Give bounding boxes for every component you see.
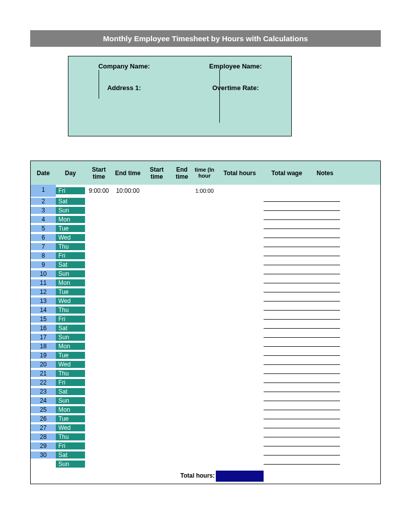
cell-total-wage[interactable] <box>264 373 310 374</box>
cell-total-wage[interactable] <box>264 364 310 365</box>
cell-time-in-hour[interactable]: 1:00:00 <box>193 188 216 194</box>
cell-notes[interactable] <box>310 265 340 265</box>
cell-day[interactable]: Fri <box>56 252 85 259</box>
cell-day[interactable]: Mon <box>56 216 85 223</box>
cell-date[interactable]: 14 <box>31 307 56 314</box>
cell-total-wage[interactable] <box>264 274 310 274</box>
cell-total-wage[interactable] <box>264 337 310 338</box>
cell-date[interactable]: 26 <box>31 415 56 422</box>
cell-date[interactable]: 1 <box>31 185 56 197</box>
cell-total-wage[interactable] <box>264 428 310 428</box>
cell-notes[interactable] <box>310 401 340 401</box>
cell-date[interactable]: 25 <box>31 406 56 413</box>
cell-notes[interactable] <box>310 392 340 392</box>
cell-notes[interactable] <box>310 201 340 202</box>
cell-date[interactable]: 2 <box>31 198 56 205</box>
cell-notes[interactable] <box>310 383 340 383</box>
cell-day[interactable]: Thu <box>56 307 85 314</box>
cell-date[interactable]: 28 <box>31 433 56 440</box>
cell-notes[interactable] <box>310 310 340 311</box>
cell-date[interactable]: 21 <box>31 370 56 377</box>
cell-total-wage[interactable] <box>264 446 310 446</box>
cell-total-wage[interactable] <box>264 247 310 247</box>
cell-date[interactable]: 4 <box>31 216 56 223</box>
cell-date[interactable]: 30 <box>31 451 56 459</box>
cell-total-wage[interactable] <box>264 201 310 202</box>
cell-total-wage[interactable] <box>264 437 310 437</box>
cell-day[interactable]: Wed <box>56 234 85 241</box>
cell-date[interactable]: 8 <box>31 252 56 259</box>
cell-day[interactable]: Sun <box>56 461 85 468</box>
cell-day[interactable]: Tue <box>56 415 85 422</box>
cell-total-wage[interactable] <box>264 355 310 356</box>
cell-total-wage[interactable] <box>264 346 310 347</box>
cell-date[interactable]: 17 <box>31 334 56 341</box>
cell-total-wage[interactable] <box>264 292 310 292</box>
cell-day[interactable]: Fri <box>56 316 85 323</box>
cell-total-wage[interactable] <box>264 455 310 455</box>
cell-day[interactable]: Sat <box>56 325 85 332</box>
cell-date[interactable]: 13 <box>31 297 56 305</box>
cell-date[interactable]: 20 <box>31 361 56 368</box>
cell-notes[interactable] <box>310 238 340 238</box>
cell-day[interactable]: Thu <box>56 433 85 440</box>
cell-total-wage[interactable] <box>264 310 310 311</box>
cell-day[interactable]: Sat <box>56 388 85 395</box>
cell-date[interactable]: 3 <box>31 207 56 214</box>
cell-notes[interactable] <box>310 455 340 455</box>
cell-date[interactable]: 16 <box>31 325 56 332</box>
cell-total-wage[interactable] <box>264 256 310 256</box>
cell-day[interactable]: Wed <box>56 424 85 431</box>
cell-total-wage[interactable] <box>264 210 310 211</box>
cell-day[interactable]: Thu <box>56 243 85 250</box>
cell-total-wage[interactable] <box>264 383 310 383</box>
cell-day[interactable]: Thu <box>56 370 85 377</box>
cell-notes[interactable] <box>310 337 340 338</box>
cell-date[interactable]: 23 <box>31 388 56 395</box>
cell-day[interactable]: Sun <box>56 270 85 277</box>
cell-notes[interactable] <box>310 292 340 292</box>
cell-notes[interactable] <box>310 410 340 410</box>
cell-notes[interactable] <box>310 283 340 283</box>
cell-notes[interactable] <box>310 346 340 347</box>
cell-day[interactable]: Fri <box>56 379 85 386</box>
cell-total-wage[interactable] <box>264 464 310 465</box>
cell-date[interactable]: 24 <box>31 397 56 404</box>
cell-notes[interactable] <box>310 428 340 428</box>
cell-day[interactable]: Tue <box>56 225 85 232</box>
cell-notes[interactable] <box>310 247 340 247</box>
cell-notes[interactable] <box>310 355 340 356</box>
cell-notes[interactable] <box>310 373 340 374</box>
cell-total-wage[interactable] <box>264 319 310 320</box>
cell-day[interactable]: Tue <box>56 352 85 359</box>
cell-total-wage[interactable] <box>264 419 310 419</box>
cell-notes[interactable] <box>310 437 340 437</box>
cell-end-time-1[interactable]: 10:00:00 <box>113 187 143 194</box>
cell-date[interactable]: 9 <box>31 261 56 268</box>
cell-date[interactable]: 6 <box>31 234 56 241</box>
cell-notes[interactable] <box>310 364 340 365</box>
cell-total-wage[interactable] <box>264 283 310 283</box>
cell-start-time-1[interactable]: 9:00:00 <box>85 187 113 194</box>
cell-notes[interactable] <box>310 328 340 329</box>
cell-date[interactable]: 15 <box>31 316 56 323</box>
cell-day[interactable]: Sat <box>56 198 85 205</box>
cell-date[interactable]: 18 <box>31 343 56 350</box>
cell-date[interactable]: 29 <box>31 442 56 449</box>
cell-notes[interactable] <box>310 229 340 229</box>
cell-day[interactable]: Mon <box>56 279 85 286</box>
cell-day[interactable]: Sun <box>56 207 85 214</box>
cell-total-wage[interactable] <box>264 238 310 238</box>
cell-day[interactable]: Sun <box>56 397 85 404</box>
cell-date[interactable]: 27 <box>31 424 56 431</box>
cell-day[interactable]: Fri <box>56 187 85 194</box>
cell-notes[interactable] <box>310 210 340 211</box>
cell-total-wage[interactable] <box>264 301 310 301</box>
cell-total-wage[interactable] <box>264 219 310 220</box>
cell-date[interactable]: 7 <box>31 243 56 250</box>
cell-notes[interactable] <box>310 446 340 446</box>
cell-total-wage[interactable] <box>264 401 310 401</box>
cell-total-wage[interactable] <box>264 410 310 410</box>
cell-day[interactable]: Sat <box>56 451 85 459</box>
cell-notes[interactable] <box>310 419 340 419</box>
